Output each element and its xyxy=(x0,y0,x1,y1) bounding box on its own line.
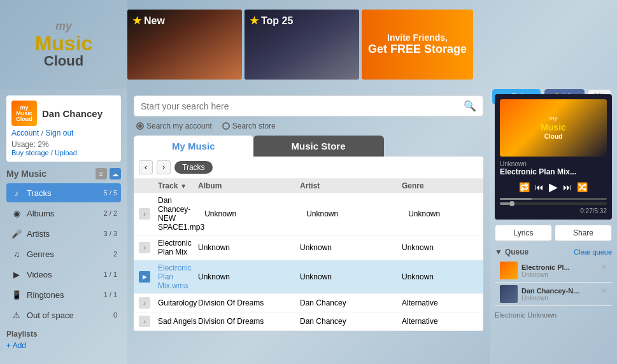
sidebar-item-ringtones[interactable]: 📱 Ringtones 1 / 1 xyxy=(6,285,121,304)
banner-top25[interactable]: ★ Top 25 xyxy=(245,10,359,80)
radio-circle-my-account xyxy=(136,122,144,130)
search-icon[interactable]: 🔍 xyxy=(464,100,476,112)
shuffle-button[interactable]: 🔀 xyxy=(577,182,588,192)
sidebar-item-videos[interactable]: ▶ Videos 1 / 1 xyxy=(6,265,121,284)
row-icon-2: ♪ xyxy=(139,242,150,253)
row-icon-4: ♪ xyxy=(139,297,150,309)
album-art-label: my Music Cloud xyxy=(541,115,566,141)
main-content: 🔍 Search my account Search store My Musi… xyxy=(127,89,490,364)
table-row[interactable]: ♪ Dan Chancey-NEW SPACE1.mp3 Unknown Unk… xyxy=(134,193,483,235)
user-name: Dan Chancey xyxy=(42,108,103,119)
cloud-icon[interactable]: ☁ xyxy=(110,168,121,179)
add-playlist-button[interactable]: + Add xyxy=(6,341,121,350)
table-row[interactable]: ▶ Electronic Plan Mix.wma Unknown Unknow… xyxy=(134,260,483,294)
playlists-section: Playlists xyxy=(6,330,121,339)
videos-count: 1 / 1 xyxy=(104,270,117,278)
prev-arrow[interactable]: ‹ xyxy=(139,160,153,174)
queue-close-2[interactable]: ✕ xyxy=(600,286,607,295)
list-view-icon[interactable]: ≡ xyxy=(96,168,107,179)
repeat-button[interactable]: 🔁 xyxy=(519,182,530,192)
time-current: 0:27 xyxy=(580,207,592,214)
sidebar-item-genres[interactable]: ♫ Genres 2 xyxy=(6,244,121,263)
volume-fill xyxy=(500,198,532,200)
player-area: my Music Cloud Unknown Electronic Plan M… xyxy=(495,94,612,220)
queue-section: ▼ Queue Clear queue Electronic Pl... Unk… xyxy=(490,245,617,309)
account-link[interactable]: Account xyxy=(11,129,39,137)
search-options: Search my account Search store xyxy=(134,122,483,130)
upload-link[interactable]: Upload xyxy=(55,149,77,157)
radio-store-label: Search store xyxy=(232,122,276,130)
queue-chevron: ▼ xyxy=(495,248,502,256)
sidebar-item-albums[interactable]: ◉ Albums 2 / 2 xyxy=(6,204,121,223)
sidebar-item-tracks[interactable]: ♪ Tracks 5 / 5 xyxy=(6,183,121,202)
row-icon-5: ♪ xyxy=(139,316,150,327)
header-artist[interactable]: Artist xyxy=(300,181,402,190)
signout-link[interactable]: Sign out xyxy=(45,129,73,137)
header-track[interactable]: Track ▼ xyxy=(158,181,198,190)
clear-queue-button[interactable]: Clear queue xyxy=(574,248,612,256)
playlists-label: Playlists xyxy=(6,330,38,339)
table-row[interactable]: ♪ Electronic Plan Mix Unknown Unknown Un… xyxy=(134,235,483,260)
ringtones-icon: 📱 xyxy=(10,288,23,301)
queue-thumb-1 xyxy=(500,262,518,279)
artists-label: Artists xyxy=(27,229,104,239)
progress-dot xyxy=(509,201,514,206)
header-genre[interactable]: Genre xyxy=(402,181,478,190)
track-name-4: Guitarology xyxy=(158,298,198,307)
header-album[interactable]: Album xyxy=(198,181,300,190)
queue-close-1[interactable]: ✕ xyxy=(600,263,607,272)
table-row[interactable]: ♪ Guitarology Division Of Dreams Dan Cha… xyxy=(134,294,483,312)
right-panel: my Music Cloud Unknown Electronic Plan M… xyxy=(490,89,617,364)
tab-my-music[interactable]: My Music xyxy=(134,136,253,157)
track-name-5: Sad Angels xyxy=(158,317,198,326)
logo: my Music Cloud xyxy=(35,20,93,69)
lyrics-button[interactable]: Lyrics xyxy=(495,225,552,241)
ringtones-count: 1 / 1 xyxy=(104,291,117,298)
header: my Music Cloud ★ New ★ Top 25 xyxy=(0,0,617,89)
out-of-space-label: Out of space xyxy=(27,311,113,320)
track-name-3: Electronic Plan Mix.wma xyxy=(158,263,198,290)
queue-item[interactable]: Dan Chancey-N... Unknown ✕ xyxy=(495,283,612,306)
buy-storage-link[interactable]: Buy storage xyxy=(11,149,49,157)
logo-area: my Music Cloud xyxy=(0,0,127,89)
queue-thumb-2 xyxy=(500,285,518,303)
radio-store[interactable]: Search store xyxy=(222,122,276,130)
share-button[interactable]: Share xyxy=(555,225,612,241)
banner-invite[interactable]: Invite Friends, Get FREE Storage xyxy=(362,10,473,80)
storage-links: Buy storage / Upload xyxy=(11,149,116,157)
invite-line1: Invite Friends, xyxy=(387,32,448,43)
table-row[interactable]: ♪ Sad Angels Division Of Dreams Dan Chan… xyxy=(134,312,483,331)
track-unknown: Unknown xyxy=(500,160,607,167)
sidebar-item-out-of-space[interactable]: ⚠ Out of space 0 xyxy=(6,305,121,325)
prev-button[interactable]: ⏮ xyxy=(535,182,544,192)
user-area: myMusicCloud Dan Chancey Account / Sign … xyxy=(6,95,121,162)
next-button[interactable]: ⏭ xyxy=(563,182,572,192)
out-of-space-icon: ⚠ xyxy=(10,309,23,321)
sidebar: myMusicCloud Dan Chancey Account / Sign … xyxy=(0,89,127,364)
radio-my-account[interactable]: Search my account xyxy=(136,122,212,130)
lyrics-share: Lyrics Share xyxy=(495,225,612,241)
search-input[interactable] xyxy=(141,101,458,111)
track-genre-4: Alternative xyxy=(402,298,478,307)
user-links: Account / Sign out xyxy=(11,129,116,137)
play-button[interactable]: ▶ xyxy=(549,180,558,194)
sidebar-item-artists[interactable]: 🎤 Artists 3 / 3 xyxy=(6,224,121,243)
artists-count: 3 / 3 xyxy=(104,230,117,237)
volume-bar[interactable] xyxy=(500,198,607,200)
time-total: 5:32 xyxy=(595,207,607,214)
invite-line2: Get FREE Storage xyxy=(368,43,467,57)
track-artist-3: Unknown xyxy=(300,272,402,281)
genres-icon: ♫ xyxy=(10,248,23,260)
track-album-2: Unknown xyxy=(198,243,300,252)
track-genre-2: Unknown xyxy=(402,243,478,252)
queue-title-1: Electronic Pl... xyxy=(521,263,592,271)
next-arrow[interactable]: › xyxy=(157,160,171,174)
banner-top25-label: Top 25 xyxy=(261,15,293,27)
progress-bar[interactable] xyxy=(500,202,607,205)
queue-item[interactable]: Electronic Pl... Unknown ✕ xyxy=(495,259,612,283)
tab-music-store[interactable]: Music Store xyxy=(253,136,384,157)
banner-new[interactable]: ★ New xyxy=(127,10,242,80)
out-of-space-count: 0 xyxy=(113,311,117,319)
table-area: ‹ › Tracks Track ▼ Album Artist Genre ♪ … xyxy=(134,157,483,331)
queue-artist-2: Unknown xyxy=(521,295,607,302)
